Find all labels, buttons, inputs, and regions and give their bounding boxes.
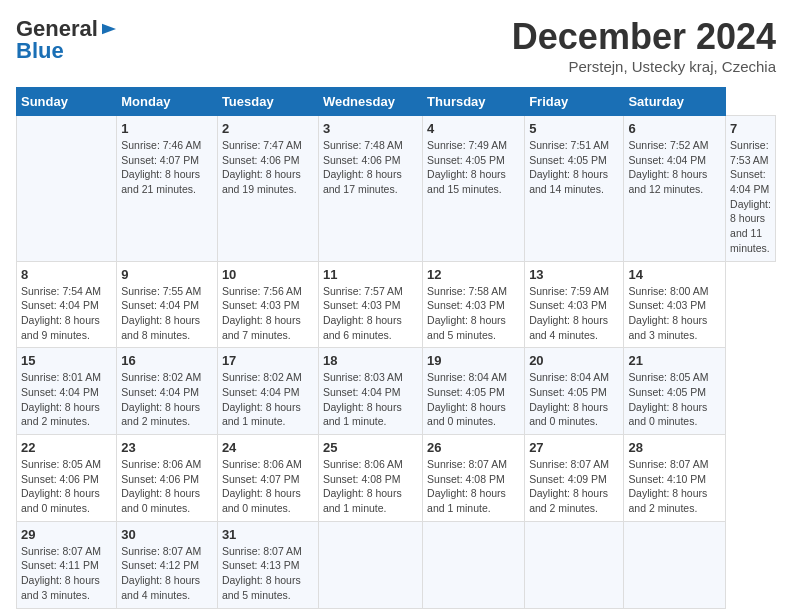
calendar-cell: 4Sunrise: 7:49 AMSunset: 4:05 PMDaylight… [423, 116, 525, 262]
calendar-cell: 27Sunrise: 8:07 AMSunset: 4:09 PMDayligh… [525, 435, 624, 522]
day-info: Sunrise: 7:54 AMSunset: 4:04 PMDaylight:… [21, 284, 112, 343]
day-number: 31 [222, 527, 314, 542]
weekday-header: Friday [525, 88, 624, 116]
day-number: 8 [21, 267, 112, 282]
day-info: Sunrise: 8:07 AMSunset: 4:08 PMDaylight:… [427, 457, 520, 516]
calendar-cell: 28Sunrise: 8:07 AMSunset: 4:10 PMDayligh… [624, 435, 726, 522]
day-info: Sunrise: 8:06 AMSunset: 4:07 PMDaylight:… [222, 457, 314, 516]
calendar-cell: 30Sunrise: 8:07 AMSunset: 4:12 PMDayligh… [117, 521, 218, 608]
day-number: 25 [323, 440, 418, 455]
calendar-cell: 31Sunrise: 8:07 AMSunset: 4:13 PMDayligh… [217, 521, 318, 608]
day-number: 15 [21, 353, 112, 368]
calendar-cell: 21Sunrise: 8:05 AMSunset: 4:05 PMDayligh… [624, 348, 726, 435]
day-info: Sunrise: 8:04 AMSunset: 4:05 PMDaylight:… [427, 370, 520, 429]
day-info: Sunrise: 8:07 AMSunset: 4:12 PMDaylight:… [121, 544, 213, 603]
calendar-cell: 19Sunrise: 8:04 AMSunset: 4:05 PMDayligh… [423, 348, 525, 435]
day-info: Sunrise: 7:53 AMSunset: 4:04 PMDaylight:… [730, 138, 771, 256]
calendar-cell [624, 521, 726, 608]
calendar-cell: 1Sunrise: 7:46 AMSunset: 4:07 PMDaylight… [117, 116, 218, 262]
calendar-cell: 5Sunrise: 7:51 AMSunset: 4:05 PMDaylight… [525, 116, 624, 262]
calendar-cell: 15Sunrise: 8:01 AMSunset: 4:04 PMDayligh… [17, 348, 117, 435]
day-info: Sunrise: 7:46 AMSunset: 4:07 PMDaylight:… [121, 138, 213, 197]
day-number: 14 [628, 267, 721, 282]
day-number: 29 [21, 527, 112, 542]
calendar-week-row: 29Sunrise: 8:07 AMSunset: 4:11 PMDayligh… [17, 521, 776, 608]
day-info: Sunrise: 8:04 AMSunset: 4:05 PMDaylight:… [529, 370, 619, 429]
day-number: 3 [323, 121, 418, 136]
day-info: Sunrise: 8:07 AMSunset: 4:13 PMDaylight:… [222, 544, 314, 603]
weekday-header: Saturday [624, 88, 726, 116]
day-info: Sunrise: 7:56 AMSunset: 4:03 PMDaylight:… [222, 284, 314, 343]
calendar-cell: 18Sunrise: 8:03 AMSunset: 4:04 PMDayligh… [318, 348, 422, 435]
calendar-cell: 2Sunrise: 7:47 AMSunset: 4:06 PMDaylight… [217, 116, 318, 262]
day-number: 22 [21, 440, 112, 455]
day-info: Sunrise: 7:47 AMSunset: 4:06 PMDaylight:… [222, 138, 314, 197]
day-number: 17 [222, 353, 314, 368]
day-number: 27 [529, 440, 619, 455]
calendar-week-row: 15Sunrise: 8:01 AMSunset: 4:04 PMDayligh… [17, 348, 776, 435]
calendar-cell: 25Sunrise: 8:06 AMSunset: 4:08 PMDayligh… [318, 435, 422, 522]
calendar-table: SundayMondayTuesdayWednesdayThursdayFrid… [16, 87, 776, 609]
day-info: Sunrise: 8:05 AMSunset: 4:06 PMDaylight:… [21, 457, 112, 516]
calendar-cell [423, 521, 525, 608]
day-info: Sunrise: 7:52 AMSunset: 4:04 PMDaylight:… [628, 138, 721, 197]
calendar-cell: 10Sunrise: 7:56 AMSunset: 4:03 PMDayligh… [217, 261, 318, 348]
calendar-cell: 12Sunrise: 7:58 AMSunset: 4:03 PMDayligh… [423, 261, 525, 348]
title-area: December 2024 Perstejn, Ustecky kraj, Cz… [512, 16, 776, 75]
weekday-header: Monday [117, 88, 218, 116]
day-number: 24 [222, 440, 314, 455]
day-info: Sunrise: 8:07 AMSunset: 4:09 PMDaylight:… [529, 457, 619, 516]
calendar-cell: 8Sunrise: 7:54 AMSunset: 4:04 PMDaylight… [17, 261, 117, 348]
calendar-cell: 3Sunrise: 7:48 AMSunset: 4:06 PMDaylight… [318, 116, 422, 262]
day-number: 21 [628, 353, 721, 368]
day-number: 12 [427, 267, 520, 282]
day-number: 7 [730, 121, 771, 136]
day-number: 2 [222, 121, 314, 136]
day-info: Sunrise: 8:02 AMSunset: 4:04 PMDaylight:… [121, 370, 213, 429]
day-number: 18 [323, 353, 418, 368]
calendar-cell: 24Sunrise: 8:06 AMSunset: 4:07 PMDayligh… [217, 435, 318, 522]
logo-icon [100, 22, 118, 36]
day-number: 28 [628, 440, 721, 455]
calendar-cell: 7Sunrise: 7:53 AMSunset: 4:04 PMDaylight… [726, 116, 776, 262]
calendar-cell: 23Sunrise: 8:06 AMSunset: 4:06 PMDayligh… [117, 435, 218, 522]
day-info: Sunrise: 8:07 AMSunset: 4:11 PMDaylight:… [21, 544, 112, 603]
subtitle: Perstejn, Ustecky kraj, Czechia [512, 58, 776, 75]
calendar-cell: 9Sunrise: 7:55 AMSunset: 4:04 PMDaylight… [117, 261, 218, 348]
calendar-cell: 16Sunrise: 8:02 AMSunset: 4:04 PMDayligh… [117, 348, 218, 435]
calendar-cell: 20Sunrise: 8:04 AMSunset: 4:05 PMDayligh… [525, 348, 624, 435]
day-info: Sunrise: 7:55 AMSunset: 4:04 PMDaylight:… [121, 284, 213, 343]
weekday-header: Thursday [423, 88, 525, 116]
day-info: Sunrise: 8:06 AMSunset: 4:06 PMDaylight:… [121, 457, 213, 516]
day-number: 23 [121, 440, 213, 455]
month-title: December 2024 [512, 16, 776, 58]
calendar-cell [525, 521, 624, 608]
calendar-week-row: 8Sunrise: 7:54 AMSunset: 4:04 PMDaylight… [17, 261, 776, 348]
day-info: Sunrise: 7:51 AMSunset: 4:05 PMDaylight:… [529, 138, 619, 197]
day-number: 5 [529, 121, 619, 136]
calendar-week-row: 1Sunrise: 7:46 AMSunset: 4:07 PMDaylight… [17, 116, 776, 262]
calendar-cell: 29Sunrise: 8:07 AMSunset: 4:11 PMDayligh… [17, 521, 117, 608]
day-info: Sunrise: 8:00 AMSunset: 4:03 PMDaylight:… [628, 284, 721, 343]
calendar-cell: 6Sunrise: 7:52 AMSunset: 4:04 PMDaylight… [624, 116, 726, 262]
calendar-cell: 17Sunrise: 8:02 AMSunset: 4:04 PMDayligh… [217, 348, 318, 435]
day-info: Sunrise: 7:48 AMSunset: 4:06 PMDaylight:… [323, 138, 418, 197]
day-number: 10 [222, 267, 314, 282]
day-number: 6 [628, 121, 721, 136]
day-info: Sunrise: 8:02 AMSunset: 4:04 PMDaylight:… [222, 370, 314, 429]
day-number: 9 [121, 267, 213, 282]
day-info: Sunrise: 7:59 AMSunset: 4:03 PMDaylight:… [529, 284, 619, 343]
svg-marker-0 [102, 24, 116, 35]
day-number: 13 [529, 267, 619, 282]
day-info: Sunrise: 8:01 AMSunset: 4:04 PMDaylight:… [21, 370, 112, 429]
day-number: 16 [121, 353, 213, 368]
page-header: General Blue December 2024 Perstejn, Ust… [16, 16, 776, 75]
calendar-cell [17, 116, 117, 262]
day-number: 26 [427, 440, 520, 455]
day-info: Sunrise: 8:06 AMSunset: 4:08 PMDaylight:… [323, 457, 418, 516]
weekday-header: Tuesday [217, 88, 318, 116]
weekday-header: Sunday [17, 88, 117, 116]
day-number: 1 [121, 121, 213, 136]
calendar-cell: 11Sunrise: 7:57 AMSunset: 4:03 PMDayligh… [318, 261, 422, 348]
header-row: SundayMondayTuesdayWednesdayThursdayFrid… [17, 88, 776, 116]
